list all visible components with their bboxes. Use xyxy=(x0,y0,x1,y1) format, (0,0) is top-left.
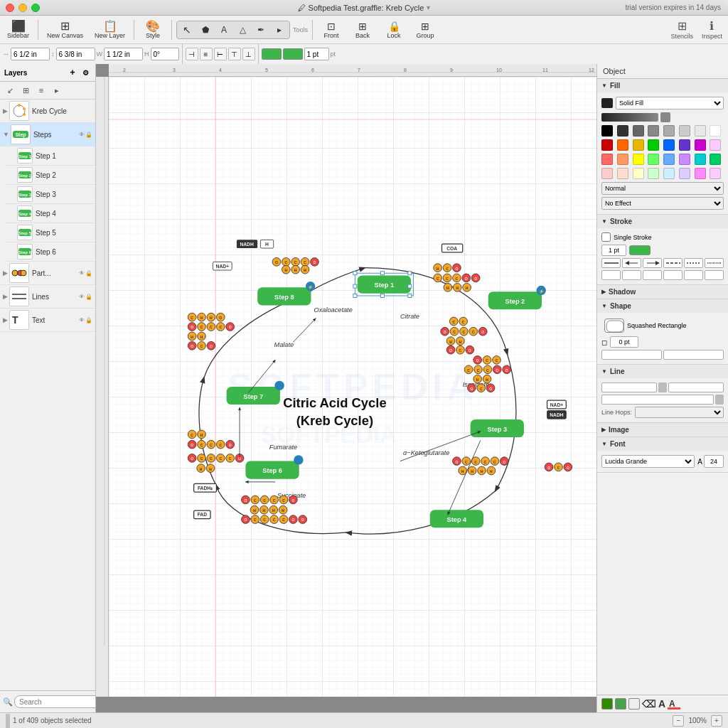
line-hops-select[interactable] xyxy=(635,407,724,418)
fill-color-picker[interactable] xyxy=(283,48,303,60)
select-tool-button[interactable]: ↖ xyxy=(178,23,196,37)
swatch-dark2[interactable] xyxy=(633,125,644,136)
swatch-white[interactable] xyxy=(710,125,721,136)
more-tools-button[interactable]: ▸ xyxy=(271,23,288,36)
swatch-s7[interactable] xyxy=(695,168,706,179)
shape-opt2[interactable] xyxy=(663,350,724,360)
layer-item-step6[interactable]: Step 6 Step 6 xyxy=(6,242,95,262)
layer-item-part[interactable]: ▶ Part... 👁 🔒 xyxy=(0,262,95,285)
maximize-button[interactable] xyxy=(31,4,40,12)
zoom-in-button[interactable]: + xyxy=(711,715,722,727)
align-center-button[interactable]: ≡ xyxy=(200,48,213,60)
swatch-s4[interactable] xyxy=(648,168,659,179)
layer-item-lines[interactable]: ▶ Lines 👁 🔒 xyxy=(0,285,95,309)
close-button[interactable] xyxy=(6,4,14,12)
swatch-dark1[interactable] xyxy=(617,125,628,136)
group-button[interactable]: ⊞ Group xyxy=(411,19,439,41)
cap3-btn[interactable] xyxy=(643,270,662,280)
bc-swatch-green[interactable] xyxy=(601,698,613,710)
layer-part-lock-icon[interactable]: 🔒 xyxy=(85,270,92,277)
swatch-pink-light[interactable] xyxy=(710,139,721,151)
cap4-btn[interactable] xyxy=(663,270,682,280)
shape-opt1[interactable] xyxy=(601,350,662,360)
new-canvas-button[interactable]: ⊞ New Canvas xyxy=(43,19,87,41)
bc-swatch-light[interactable] xyxy=(628,698,640,710)
triangle-tool-button[interactable]: △ xyxy=(234,23,251,36)
swatch-r5[interactable] xyxy=(663,154,675,165)
swatch-s1[interactable] xyxy=(601,168,613,179)
swatch-yellow[interactable] xyxy=(633,139,644,151)
layer-lock-icon[interactable]: 🔒 xyxy=(85,132,92,138)
swatch-orange[interactable] xyxy=(617,139,628,151)
layer-tool-3[interactable]: ≡ xyxy=(34,83,48,97)
layer-item-step5[interactable]: Step 5 Step 5 xyxy=(6,223,95,242)
swatch-s2[interactable] xyxy=(617,168,628,179)
swatch-black[interactable] xyxy=(601,125,613,136)
line-start-btn[interactable] xyxy=(622,258,641,268)
bc-text-format-icon[interactable]: A xyxy=(668,698,682,710)
canvas-area[interactable]: .rt{font:7px sans-serif; fill:#666;} 2 3… xyxy=(96,64,596,712)
layer-tool-4[interactable]: ▸ xyxy=(50,83,64,97)
line-arrow-opt2[interactable] xyxy=(668,382,724,392)
zoom-out-button[interactable]: − xyxy=(673,715,684,727)
swatch-blue[interactable] xyxy=(663,139,675,151)
layer-item-step2[interactable]: Step 2 Step 2 xyxy=(6,166,95,185)
stroke-weight-field[interactable] xyxy=(601,245,626,256)
minimize-button[interactable] xyxy=(18,4,27,12)
layer-part-eye-icon[interactable]: 👁 xyxy=(79,270,85,277)
swatch-magenta[interactable] xyxy=(695,139,706,151)
bc-swatch-green2[interactable] xyxy=(615,698,626,710)
swatch-light1[interactable] xyxy=(663,125,675,136)
swatch-r1[interactable] xyxy=(601,154,613,165)
layers-options-button[interactable]: ⚙ xyxy=(80,67,91,78)
line-route-opt1[interactable] xyxy=(601,395,714,405)
swatch-r8[interactable] xyxy=(710,154,721,165)
layer-item-steps[interactable]: ▼ Step Steps 👁 🔒 xyxy=(0,123,95,146)
layer-lines-eye-icon[interactable]: 👁 xyxy=(79,294,85,300)
swatch-s3[interactable] xyxy=(633,168,644,179)
line-arrow-opt1[interactable] xyxy=(601,382,657,392)
layer-lines-lock-icon[interactable]: 🔒 xyxy=(85,294,92,300)
line-solid-btn[interactable] xyxy=(601,258,621,268)
image-section-header[interactable]: ▶ Image xyxy=(597,423,728,437)
stencils-button[interactable]: ⊞ Stencils xyxy=(668,18,696,41)
layer-text-lock-icon[interactable]: 🔒 xyxy=(85,317,92,323)
swatch-r7[interactable] xyxy=(695,154,706,165)
stroke-section-header[interactable]: ▼ Stroke xyxy=(597,215,728,228)
align-right-button[interactable]: ⊢ xyxy=(214,48,227,60)
swatch-s5[interactable] xyxy=(663,168,675,179)
layer-eye-icon[interactable]: 👁 xyxy=(79,132,85,138)
gradient-end-swatch[interactable] xyxy=(660,112,670,122)
canvas-paper[interactable]: SOFTPEDIA xyxy=(109,77,596,697)
bc-text-a-icon[interactable]: A xyxy=(658,698,665,710)
swatch-purple[interactable] xyxy=(679,139,690,151)
stroke-color-swatch[interactable] xyxy=(629,245,651,255)
align-top-button[interactable]: ⊤ xyxy=(228,48,241,60)
swatch-red[interactable] xyxy=(601,139,613,151)
cap5-btn[interactable] xyxy=(684,270,703,280)
font-size-input[interactable] xyxy=(704,455,724,468)
layer-item-step3[interactable]: Step 3 Step 3 xyxy=(6,185,95,204)
front-button[interactable]: ⊡ Front xyxy=(317,19,346,41)
fill-color-swatch[interactable] xyxy=(601,98,613,108)
stroke-checkbox[interactable] xyxy=(601,232,611,242)
align-left-button[interactable]: ⊣ xyxy=(186,48,198,60)
line-end-btn[interactable] xyxy=(643,258,662,268)
swatch-light2[interactable] xyxy=(679,125,690,136)
layers-add-button[interactable]: + xyxy=(67,67,78,78)
shape-tool-button[interactable]: ⬟ xyxy=(197,23,214,36)
align-middle-button[interactable]: ⊥ xyxy=(242,48,255,60)
shape-section-header[interactable]: ▼ Shape xyxy=(597,299,728,313)
shadow-section-header[interactable]: ▶ Shadow xyxy=(597,285,728,299)
bc-eraser-icon[interactable]: ⌫ xyxy=(642,698,656,710)
line-route-slider[interactable] xyxy=(715,395,724,405)
layer-item-text[interactable]: ▶ T Text 👁 🔒 xyxy=(0,309,95,332)
x-position-input[interactable] xyxy=(11,48,50,60)
line-arrow-slider[interactable] xyxy=(658,382,667,392)
stroke-weight-input[interactable] xyxy=(304,48,329,60)
cap2-btn[interactable] xyxy=(622,270,641,280)
canvas-viewport[interactable]: SOFTPEDIA xyxy=(109,77,596,697)
swatch-r2[interactable] xyxy=(617,154,628,165)
layer-text-eye-icon[interactable]: 👁 xyxy=(79,317,85,323)
swatch-green[interactable] xyxy=(648,139,659,151)
